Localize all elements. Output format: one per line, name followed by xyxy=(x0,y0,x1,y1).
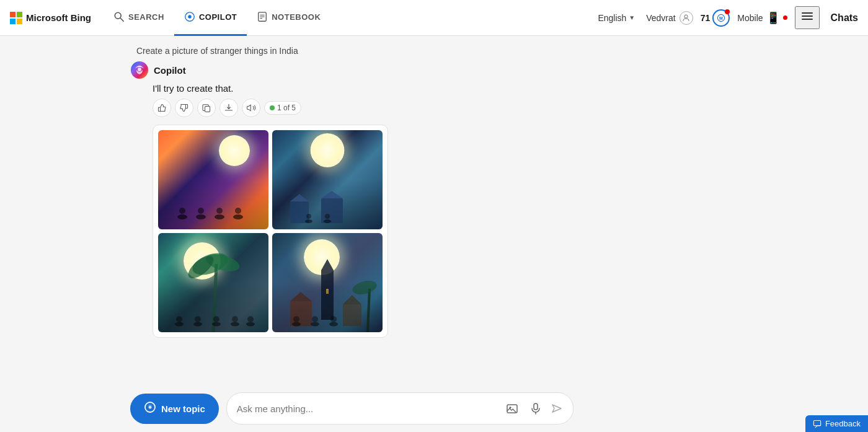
header-right: English ▼ Vedvrat 71 M xyxy=(594,6,858,29)
svg-point-58 xyxy=(311,322,319,327)
image-cell-2[interactable] xyxy=(272,130,383,229)
image-cell-4[interactable] xyxy=(272,233,383,332)
copilot-nav-icon xyxy=(184,11,195,22)
svg-point-46 xyxy=(247,316,254,322)
svg-point-22 xyxy=(216,208,223,214)
svg-text:M: M xyxy=(719,15,723,20)
svg-point-31 xyxy=(324,219,331,223)
search-nav-icon xyxy=(113,11,125,22)
svg-point-56 xyxy=(292,322,301,327)
send-button[interactable] xyxy=(551,402,563,415)
svg-rect-66 xyxy=(534,403,538,410)
svg-point-23 xyxy=(233,214,243,219)
svg-point-19 xyxy=(196,214,206,219)
svg-point-29 xyxy=(305,219,312,223)
ms-squares-icon xyxy=(10,12,22,24)
svg-point-30 xyxy=(306,214,311,219)
svg-point-0 xyxy=(115,12,121,19)
svg-point-57 xyxy=(293,316,299,322)
nav-search[interactable]: SEARCH xyxy=(104,0,174,36)
image-cell-3[interactable] xyxy=(158,233,268,332)
people-silhouette-4 xyxy=(272,298,383,329)
image-count-badge: 1 of 5 xyxy=(264,101,301,115)
language-selector[interactable]: English ▼ xyxy=(594,11,639,25)
input-actions xyxy=(503,400,563,417)
microphone-button[interactable] xyxy=(527,400,544,417)
copilot-header: Copilot xyxy=(130,61,868,79)
moon-1 xyxy=(219,135,250,166)
svg-marker-48 xyxy=(321,259,334,270)
new-topic-button[interactable]: New topic xyxy=(130,394,219,424)
svg-point-17 xyxy=(177,214,187,219)
svg-rect-16 xyxy=(205,107,210,112)
bottom-bar: New topic xyxy=(0,385,868,432)
people-silhouette-3 xyxy=(158,298,268,329)
svg-point-8 xyxy=(684,15,688,18)
mobile-notification-dot xyxy=(783,15,787,20)
svg-point-21 xyxy=(215,214,224,219)
feedback-button[interactable]: Feedback xyxy=(805,415,868,432)
svg-point-42 xyxy=(213,316,219,322)
image-cell-1[interactable] xyxy=(158,130,268,229)
svg-point-59 xyxy=(312,316,318,322)
hamburger-menu-button[interactable] xyxy=(795,6,820,29)
lang-chevron-icon: ▼ xyxy=(629,14,635,21)
svg-point-43 xyxy=(231,322,239,327)
svg-point-37 xyxy=(175,322,184,327)
svg-point-44 xyxy=(232,316,238,322)
svg-point-40 xyxy=(195,316,201,322)
ask-input-container[interactable] xyxy=(226,392,574,425)
svg-point-45 xyxy=(246,322,255,327)
svg-point-39 xyxy=(193,322,202,327)
svg-marker-28 xyxy=(321,191,343,198)
image-grid xyxy=(153,125,388,338)
user-profile[interactable]: Vedvrat xyxy=(646,11,693,25)
download-button[interactable] xyxy=(219,99,238,117)
new-topic-icon xyxy=(144,401,156,417)
svg-rect-27 xyxy=(321,198,343,223)
thumbs-down-button[interactable] xyxy=(175,99,193,117)
svg-rect-25 xyxy=(290,201,309,223)
copilot-logo-icon xyxy=(130,61,149,79)
action-bar: 1 of 5 xyxy=(153,99,868,117)
count-dot-icon xyxy=(270,105,275,110)
user-avatar-icon xyxy=(680,11,693,25)
nav-copilot[interactable]: COPILOT xyxy=(174,0,247,36)
thumbs-up-button[interactable] xyxy=(153,99,171,117)
svg-point-61 xyxy=(330,316,337,322)
chats-label: Chats xyxy=(831,12,858,24)
user-prompt: Create a picture of stranger things in I… xyxy=(0,36,868,61)
svg-point-15 xyxy=(138,68,141,71)
header: Microsoft Bing SEARCH COPILOT xyxy=(0,0,868,36)
svg-marker-26 xyxy=(290,194,309,201)
ask-input[interactable] xyxy=(237,403,503,414)
svg-point-20 xyxy=(198,208,204,214)
main-content: Create a picture of stranger things in I… xyxy=(0,36,868,432)
notebook-nav-icon xyxy=(257,11,268,22)
svg-point-24 xyxy=(235,208,241,214)
svg-point-3 xyxy=(188,15,191,18)
mobile-app-link[interactable]: Mobile 📱 xyxy=(737,11,787,25)
svg-point-60 xyxy=(329,322,338,327)
points-notification-dot xyxy=(725,9,730,14)
speaker-button[interactable] xyxy=(242,99,260,117)
bing-logo-text: Microsoft Bing xyxy=(26,12,91,23)
image-input-button[interactable] xyxy=(503,400,521,417)
points-icon: M xyxy=(712,9,730,27)
nav-notebook[interactable]: NOTEBOOK xyxy=(247,0,330,36)
moon-2 xyxy=(311,133,345,167)
people-silhouette-1 xyxy=(158,192,268,223)
svg-point-32 xyxy=(325,214,330,219)
copy-button[interactable] xyxy=(197,99,216,117)
mobile-phone-icon: 📱 xyxy=(766,11,780,25)
points-area[interactable]: 71 M xyxy=(701,9,730,27)
svg-rect-68 xyxy=(813,420,820,425)
people-silhouette-2 xyxy=(272,189,383,226)
main-nav: SEARCH COPILOT NOTEBOOK xyxy=(104,0,330,36)
svg-line-1 xyxy=(120,18,123,21)
svg-point-38 xyxy=(176,316,182,322)
svg-point-18 xyxy=(179,208,185,214)
bing-logo[interactable]: Microsoft Bing xyxy=(10,12,91,24)
header-left: Microsoft Bing SEARCH COPILOT xyxy=(10,0,330,36)
response-text: I'll try to create that. xyxy=(153,83,868,94)
